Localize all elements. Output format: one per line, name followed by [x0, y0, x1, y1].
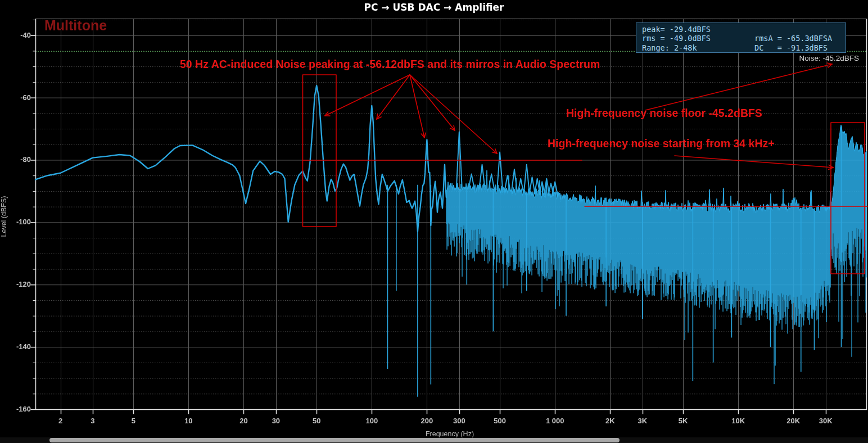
y-tick-label: -160	[0, 405, 31, 413]
y-tick-label: -140	[0, 342, 31, 351]
x-tick-label: 100	[365, 417, 378, 425]
annotation-text: High-frequency noise starting from 34 kH…	[548, 137, 775, 150]
stats-panel: peak= -29.4dBFS rms = -49.0dBFS rmsA = -…	[636, 22, 846, 53]
multitone-watermark: Multitone	[44, 17, 107, 34]
stat-blank	[754, 25, 846, 34]
x-tick-label: 20K	[786, 417, 800, 425]
y-axis-title: Level (dBFS)	[0, 183, 9, 250]
x-tick-label: 5K	[679, 417, 688, 425]
x-tick-label: 10K	[731, 417, 745, 425]
x-tick-label: 10	[184, 417, 192, 425]
x-tick-label: 20	[239, 417, 247, 425]
x-axis-title: Frequency (Hz)	[0, 430, 868, 438]
y-tick-label: -40	[0, 31, 31, 39]
stat-peak: peak= -29.4dBFS	[642, 25, 754, 34]
y-tick-label: -60	[0, 93, 31, 102]
x-tick-label: 1 000	[546, 417, 564, 425]
annotation-text: 50 Hz AC-induced Noise peaking at -56.12…	[180, 58, 600, 71]
stat-dc: DC = -91.3dBFS	[754, 43, 846, 52]
x-tick-label: 5	[132, 417, 135, 425]
stats-row: peak= -29.4dBFS	[642, 25, 846, 34]
chart-title: PC → USB DAC → Amplifier	[0, 2, 868, 13]
stats-row: rms = -49.0dBFS rmsA = -65.3dBFSA	[642, 34, 846, 43]
noise-floor-label: Noise: -45.2dBFS	[799, 54, 859, 62]
y-tick-label: -80	[0, 155, 31, 164]
y-tick-label: -100	[0, 218, 31, 226]
x-tick-label: 30K	[819, 417, 833, 425]
x-tick-label: 2K	[605, 417, 615, 425]
x-tick-label: 3K	[638, 417, 647, 425]
x-tick-label: 500	[494, 417, 506, 425]
x-tick-label: 50	[313, 417, 320, 425]
stat-range: Range: 2-48k	[642, 43, 754, 52]
stat-rmsa: rmsA = -65.3dBFSA	[754, 34, 846, 43]
x-tick-label: 200	[421, 417, 433, 425]
stats-row: Range: 2-48k DC = -91.3dBFS	[642, 43, 846, 52]
spectrum-analyzer-window: PC → USB DAC → Amplifier Multitone peak=…	[0, 0, 868, 443]
x-tick-label: 2	[58, 417, 62, 425]
x-tick-label: 30	[272, 417, 280, 425]
y-tick-label: -120	[0, 280, 31, 288]
annotation-text: High-frequency noise floor -45.2dBFS	[566, 107, 762, 120]
x-tick-label: 3	[91, 417, 94, 425]
scrollbar-thumb[interactable]	[49, 438, 620, 442]
stat-rms: rms = -49.0dBFS	[642, 34, 754, 43]
horizontal-scrollbar[interactable]	[0, 437, 868, 443]
x-tick-label: 300	[453, 417, 465, 425]
